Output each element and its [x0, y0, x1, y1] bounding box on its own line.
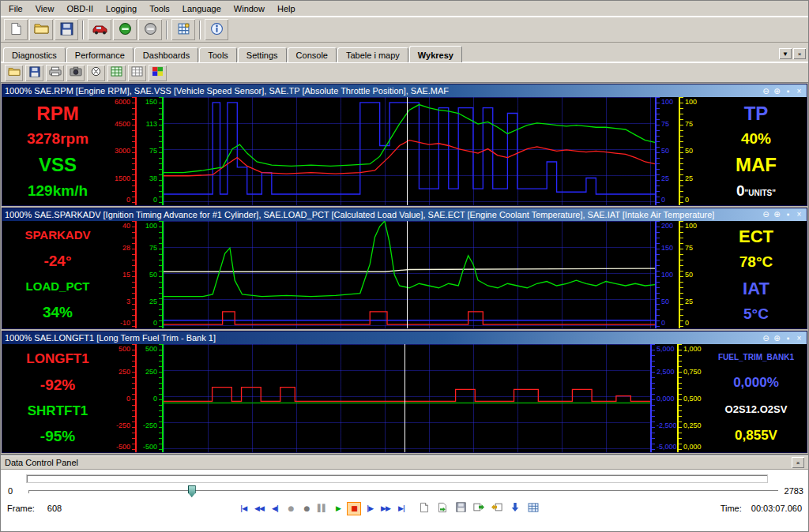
menu-item-file[interactable]: File	[2, 2, 29, 15]
menu-item-language[interactable]: Language	[176, 2, 228, 15]
skip-end-button[interactable]: ▶|	[394, 502, 408, 515]
slider-thumb[interactable]	[188, 485, 196, 497]
tab-charts[interactable]: Wykresy	[409, 46, 462, 62]
record-2-button[interactable]: ●	[299, 502, 314, 515]
panel-collapse-button[interactable]: ⊖	[761, 334, 771, 343]
menu-item-logging[interactable]: Logging	[100, 2, 143, 15]
tab-tables-maps[interactable]: Tabele i mapy	[337, 47, 408, 62]
download-button[interactable]	[507, 501, 523, 515]
chart-label: MAF	[736, 155, 777, 174]
tab-settings[interactable]: Settings	[238, 47, 287, 62]
frame-slider[interactable]	[28, 483, 778, 499]
save-log-button[interactable]	[453, 501, 468, 515]
pause-button[interactable]: ▌▌	[315, 502, 329, 515]
chart-cursor[interactable]	[404, 344, 405, 452]
export-button[interactable]	[471, 501, 487, 515]
open-log-button[interactable]	[435, 501, 450, 515]
connect-button[interactable]	[113, 19, 137, 40]
chart-panel-1: 1000% SAE.RPM [Engine RPM], SAE.VSS [Veh…	[2, 84, 807, 206]
axis-tick-label: 100	[685, 99, 697, 106]
snapshot-button[interactable]	[66, 65, 85, 81]
save-button[interactable]	[55, 19, 78, 40]
green-table-button[interactable]	[107, 65, 126, 81]
menu-item-tools[interactable]: Tools	[143, 2, 176, 15]
chart-label: IAT	[743, 279, 769, 298]
panel-restore-button[interactable]: ⊕	[772, 87, 782, 96]
panel-restore-button[interactable]: ⊕	[772, 334, 782, 343]
close-icon: ×	[796, 459, 800, 466]
save-layout-button[interactable]	[25, 65, 43, 81]
panel-collapse-button[interactable]: ⊖	[761, 210, 771, 219]
step-forward-button[interactable]: |▶	[363, 502, 377, 515]
fast-forward-button[interactable]: ▶▶	[378, 502, 393, 515]
chart-cursor[interactable]	[407, 97, 408, 205]
vehicle-button[interactable]	[88, 19, 111, 40]
chart-panel-titlebar[interactable]: 1000% SAE.LONGFT1 [Long Term Fuel Trim -…	[2, 332, 807, 344]
menu-item-view[interactable]: View	[29, 2, 61, 15]
chart-label: -24°	[43, 253, 71, 269]
load-layout-button[interactable]	[5, 65, 23, 81]
stop-button[interactable]: ■	[347, 502, 361, 515]
chart-plot-area[interactable]	[164, 344, 650, 452]
white-table-button[interactable]	[128, 65, 146, 81]
axis-minor-ticks	[680, 97, 683, 205]
menu-item-window[interactable]: Window	[228, 2, 271, 15]
chart-panel-titlebar[interactable]: 1000% SAE.RPM [Engine RPM], SAE.VSS [Veh…	[2, 84, 807, 97]
panel-close-button[interactable]: ×	[794, 210, 804, 219]
data-progress-bar[interactable]	[27, 475, 767, 482]
tab-diagnostics[interactable]: Diagnostics	[3, 47, 66, 62]
tab-dashboards[interactable]: Dashboards	[134, 47, 198, 62]
panel-maximize-button[interactable]: ▪	[783, 210, 793, 219]
import-button[interactable]	[489, 501, 505, 515]
panel-close-button[interactable]: ×	[794, 334, 804, 343]
axis-tick-label: 50	[685, 148, 693, 155]
chart-panel-body: SPARKADV-24°LOAD_PCT34%4028153-101007550…	[2, 221, 807, 329]
clear-button[interactable]	[87, 65, 105, 81]
data-table-button[interactable]	[525, 501, 541, 515]
chart-plot-area[interactable]	[164, 97, 655, 205]
chart-label: LONGFT1	[26, 352, 88, 366]
chart-label: 0,855V	[735, 429, 777, 443]
menu-item-obd2[interactable]: OBD-II	[60, 2, 100, 15]
menu-item-help[interactable]: Help	[271, 2, 302, 15]
chart-label: 0,000%	[733, 376, 779, 390]
new-file-icon	[10, 22, 22, 38]
record-1-button[interactable]: ●	[284, 502, 298, 515]
chart-panel-body: LONGFT1-92%SHRTFT1-95%5002500-250-500500…	[2, 344, 807, 452]
disconnect-button[interactable]	[138, 19, 162, 40]
chart-plot-area[interactable]	[164, 221, 655, 329]
open-file-button[interactable]	[29, 19, 53, 40]
new-file-button[interactable]	[4, 19, 28, 40]
rewind-button[interactable]: ◀◀	[252, 502, 266, 515]
new-log-button[interactable]	[416, 501, 432, 515]
panel-collapse-button[interactable]: ⊖	[761, 87, 771, 96]
document-arrow-icon	[438, 502, 447, 515]
panel-maximize-button[interactable]: ▪	[783, 87, 793, 96]
log-file-buttons	[416, 501, 541, 515]
color-map-button[interactable]	[149, 65, 167, 81]
tab-console[interactable]: Console	[288, 47, 337, 62]
info-button[interactable]	[205, 19, 228, 40]
tab-performance[interactable]: Performance	[66, 47, 134, 62]
play-button[interactable]: ▶	[331, 502, 345, 515]
axis-tick-label: 75	[685, 121, 693, 128]
sensors-button[interactable]	[171, 19, 195, 40]
chevron-down-icon: ▼	[782, 51, 788, 58]
axis-tick-label: -250	[143, 421, 157, 429]
skip-start-button[interactable]: |◀	[236, 502, 250, 515]
chart-cursor[interactable]	[407, 221, 408, 329]
close-tab-button[interactable]: ×	[793, 48, 806, 59]
tab-list-button[interactable]: ▼	[779, 48, 792, 59]
panel-close-button[interactable]: ×	[794, 87, 804, 96]
frame-slider-row: 0 2783	[1, 482, 808, 500]
info-icon	[210, 22, 224, 38]
axis-tick-label: 0	[661, 197, 665, 204]
print-button[interactable]	[46, 65, 64, 81]
panel-window-controls: ⊖⊕▪×	[761, 87, 804, 96]
panel-restore-button[interactable]: ⊕	[772, 210, 782, 219]
panel-maximize-button[interactable]: ▪	[783, 334, 793, 343]
chart-panel-titlebar[interactable]: 1000% SAE.SPARKADV [Ignition Timing Adva…	[2, 208, 807, 221]
tab-tools[interactable]: Tools	[199, 47, 237, 62]
step-back-button[interactable]: ◀|	[268, 502, 282, 515]
close-panel-button[interactable]: ×	[792, 457, 804, 468]
